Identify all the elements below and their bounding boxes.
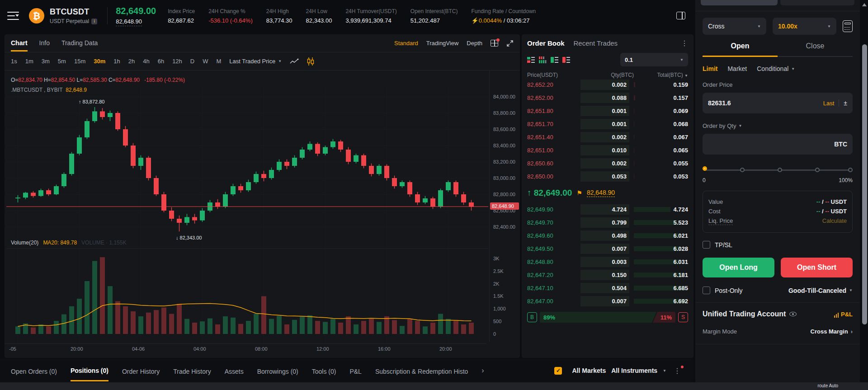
timeframe-1m[interactable]: 1m xyxy=(25,58,33,65)
timeframe-12h[interactable]: 12h xyxy=(172,58,182,65)
slider-stop-75[interactable] xyxy=(815,168,820,172)
order-price-input[interactable]: 82631.6 Last ± xyxy=(703,93,853,113)
bid-row[interactable]: 82,649.600.4986.021 xyxy=(527,229,688,242)
slider-stop-100[interactable] xyxy=(848,168,853,172)
symbol-block[interactable]: BTCUSDT USDT Perpetual i xyxy=(50,7,97,24)
price-type-select[interactable]: Last Traded Price ▼ xyxy=(229,58,282,65)
tab-close[interactable]: Close xyxy=(778,42,853,57)
use-last-price-button[interactable]: Last xyxy=(823,100,835,107)
all-instruments-select[interactable]: All Instruments xyxy=(611,367,657,374)
timeframe-30m[interactable]: 30m xyxy=(94,58,105,65)
price-chart[interactable]: O=82,834.70 H=82,854.50 L=82,585.30 C=82… xyxy=(5,70,520,357)
tab-chart[interactable]: Chart xyxy=(11,35,28,52)
order-type-limit[interactable]: Limit xyxy=(703,65,717,72)
fullscreen-icon[interactable] xyxy=(506,40,514,47)
post-only-checkbox[interactable] xyxy=(703,287,710,294)
ask-row[interactable]: 82,651.700.0010.068 xyxy=(527,117,688,131)
tabs-overflow-chevron-icon[interactable]: › xyxy=(481,367,484,375)
bid-row[interactable]: 82,649.904.7244.724 xyxy=(527,203,688,216)
order-type-conditional[interactable]: Conditional ▼ xyxy=(757,65,795,72)
layout-toggle-icon[interactable] xyxy=(676,12,685,19)
ob-mode-asks-icon[interactable] xyxy=(562,56,570,63)
qty-input[interactable]: BTC xyxy=(703,134,853,155)
time-in-force-select[interactable]: Good-Till-Canceled ▼ xyxy=(788,287,853,294)
time-axis[interactable]: -0520:0004-0604:0008:0012:0016:0020:00 xyxy=(5,343,486,352)
slider-handle[interactable] xyxy=(703,166,707,171)
mark-price[interactable]: 82,648.90 xyxy=(116,18,142,26)
bid-row[interactable]: 82,647.100.5046.685 xyxy=(527,282,688,295)
open-long-button[interactable]: Open Long xyxy=(703,258,774,277)
calculator-icon[interactable] xyxy=(843,20,853,32)
ob-mode-bids-icon[interactable] xyxy=(551,56,558,63)
bottom-tab-borrowings-0-[interactable]: Borrowings (0) xyxy=(257,361,298,381)
bid-row[interactable]: 82,648.800.0036.031 xyxy=(527,255,688,268)
qty-slider[interactable] xyxy=(703,166,853,174)
timeframe-15m[interactable]: 15m xyxy=(74,58,85,65)
scrollbar-up-icon[interactable] xyxy=(862,1,867,6)
tab-order-book[interactable]: Order Book xyxy=(527,39,565,47)
leverage-select[interactable]: 10.00x ▼ xyxy=(773,18,836,35)
bottom-tab-order-history[interactable]: Order History xyxy=(122,361,160,381)
margin-mode-select[interactable]: Cross ▼ xyxy=(703,18,766,35)
liq-price-calculate[interactable]: Calculate xyxy=(822,217,847,225)
ask-row[interactable]: 82,650.000.0530.053 xyxy=(527,170,688,183)
bid-row[interactable]: 82,647.000.0076.692 xyxy=(527,295,688,308)
grouping-select[interactable]: 0.1 ▼ xyxy=(620,53,688,66)
open-short-button[interactable]: Open Short xyxy=(781,258,853,277)
tab-info[interactable]: Info xyxy=(39,35,50,52)
timeframe-2h[interactable]: 2h xyxy=(128,58,135,65)
bottom-tab-positions-0-[interactable]: Positions (0) xyxy=(71,360,108,381)
bottom-tab-subscription-redemption-histo[interactable]: Subscription & Redemption Histo xyxy=(375,361,468,381)
candlestick-icon[interactable] xyxy=(307,57,314,66)
ob-mark-price[interactable]: 82,648.90 xyxy=(587,189,615,197)
layout-grid-icon[interactable] xyxy=(491,40,498,47)
ask-row[interactable]: 82,651.800.0010.069 xyxy=(527,104,688,117)
ask-row[interactable]: 82,650.600.0020.055 xyxy=(527,157,688,170)
timeframe-d[interactable]: D xyxy=(190,58,194,65)
timeframe-m[interactable]: M xyxy=(217,58,222,65)
sort-caret-icon[interactable]: ▼ xyxy=(684,74,688,78)
kebab-menu-icon[interactable]: ⋮ xyxy=(681,39,688,47)
bottom-tab-tools-0-[interactable]: Tools (0) xyxy=(312,361,336,381)
tab-trading-data[interactable]: Trading Data xyxy=(61,35,98,52)
slider-stop-25[interactable] xyxy=(740,168,745,172)
line-chart-icon[interactable] xyxy=(290,58,299,65)
chevron-down-icon[interactable]: ▼ xyxy=(738,124,742,128)
eye-icon[interactable] xyxy=(789,312,797,316)
tab-recent-trades[interactable]: Recent Trades xyxy=(574,39,618,47)
bid-row[interactable]: 82,647.200.1506.181 xyxy=(527,268,688,282)
timeframe-1s[interactable]: 1s xyxy=(11,58,17,65)
menu-icon[interactable] xyxy=(7,12,19,20)
plus-minus-icon[interactable]: ± xyxy=(844,99,847,107)
bottom-tab-p-l[interactable]: P&L xyxy=(349,361,361,381)
tab-open[interactable]: Open xyxy=(703,42,778,57)
price-axis[interactable]: 84,000.0083,800.0083,600.0083,400.0083,2… xyxy=(489,70,519,342)
ask-row[interactable]: 82,652.000.0880.157 xyxy=(527,91,688,104)
ob-mode-depth-icon[interactable] xyxy=(539,56,547,63)
bid-row[interactable]: 82,649.500.0076.028 xyxy=(527,242,688,255)
ob-last-price[interactable]: ↑ 82,649.00 xyxy=(527,188,572,198)
slider-stop-50[interactable] xyxy=(778,168,782,172)
candlestick-chart-svg[interactable] xyxy=(6,72,488,343)
timeframe-1h[interactable]: 1h xyxy=(113,58,120,65)
bottom-tab-open-orders-0-[interactable]: Open Orders (0) xyxy=(11,361,57,381)
kebab-menu-icon[interactable]: ⋮ xyxy=(672,367,683,375)
info-icon[interactable]: i xyxy=(91,19,97,24)
tpsl-checkbox[interactable] xyxy=(703,241,710,249)
bottom-tab-trade-history[interactable]: Trade History xyxy=(173,361,211,381)
pnl-link[interactable]: P&L xyxy=(834,311,853,318)
view-mode-standard[interactable]: Standard xyxy=(394,40,418,47)
ob-mode-both-icon[interactable] xyxy=(527,56,535,63)
timeframe-5m[interactable]: 5m xyxy=(58,58,66,65)
bottom-tab-assets[interactable]: Assets xyxy=(225,361,244,381)
margin-mode-value[interactable]: Cross Margin › xyxy=(811,328,853,335)
scrollbar-thumb[interactable] xyxy=(862,44,867,324)
ask-row[interactable]: 82,652.200.0020.159 xyxy=(527,78,688,91)
timeframe-w[interactable]: W xyxy=(203,58,208,65)
view-mode-tradingview[interactable]: TradingView xyxy=(426,40,459,47)
timeframe-4h[interactable]: 4h xyxy=(143,58,149,65)
ask-row[interactable]: 82,651.400.0020.067 xyxy=(527,131,688,144)
bid-row[interactable]: 82,649.700.7995.523 xyxy=(527,216,688,229)
all-markets-checkbox[interactable]: ✓ xyxy=(554,367,562,375)
order-type-market[interactable]: Market xyxy=(727,65,747,72)
